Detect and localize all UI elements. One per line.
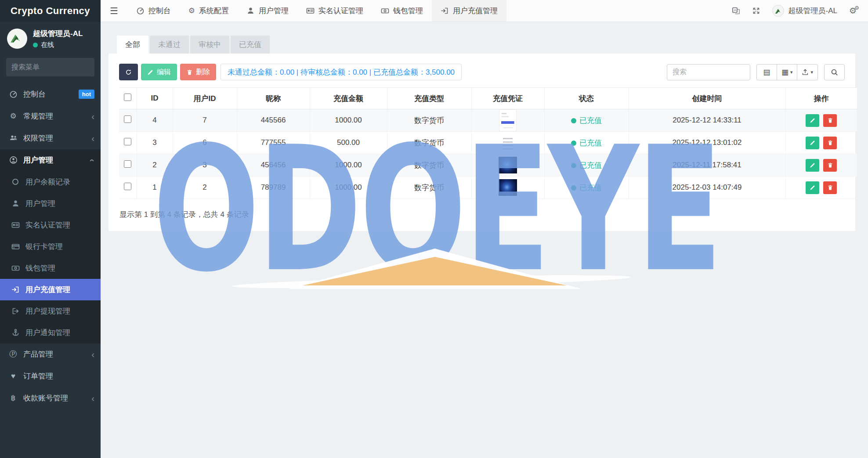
sidebar-item-user-withdraw[interactable]: 用户提现管理 <box>0 300 101 322</box>
user-avatar[interactable] <box>7 29 27 49</box>
sidebar-item-realname-auth[interactable]: 实名认证管理 <box>0 214 101 236</box>
pagination-summary: 显示第 1 到第 4 条记录，总共 4 条记录 <box>119 209 845 220</box>
sidebar-item-user-admin[interactable]: 用户管理 <box>0 193 101 214</box>
search-button[interactable] <box>824 64 845 80</box>
gear-icon: ⚙ <box>188 6 195 15</box>
menu-search-box <box>6 58 94 76</box>
row-checkbox[interactable] <box>124 160 131 168</box>
users-group-icon <box>8 134 18 142</box>
menu-search-input[interactable] <box>11 63 102 71</box>
settings-cogs-icon[interactable]: ⚙⚙ <box>849 6 857 16</box>
detail-view-button[interactable]: ▤ <box>756 64 777 80</box>
search-icon <box>831 69 838 76</box>
status-dot-icon <box>571 163 576 168</box>
cell-type: 数字货币 <box>387 132 471 154</box>
topnav-user-name: 超级管理员-AL <box>788 6 837 16</box>
sign-in-icon <box>441 7 449 15</box>
voucher-thumbnail[interactable] <box>499 179 517 196</box>
export-button[interactable]: ▾ <box>797 64 818 80</box>
edit-button[interactable]: 编辑 <box>141 64 177 80</box>
status-badge: 已充值 <box>579 139 602 147</box>
row-edit-button[interactable] <box>806 181 819 194</box>
row-delete-button[interactable] <box>823 137 837 149</box>
tab-rejected[interactable]: 未通过 <box>150 36 189 54</box>
cell-id: 3 <box>137 132 173 154</box>
voucher-thumbnail[interactable] <box>499 109 517 131</box>
sign-in-icon <box>11 285 20 294</box>
topnav-item-realname-auth[interactable]: 实名认证管理 <box>297 0 372 22</box>
row-delete-button[interactable] <box>823 114 837 127</box>
topnav-item-system-config[interactable]: ⚙ 系统配置 <box>180 0 238 22</box>
table-toolbar: 编辑 删除 未通过总金额：0.00 | 待审核总金额：0.00 | 已充值总金额… <box>119 64 845 80</box>
voucher-thumbnail[interactable] <box>499 133 517 152</box>
svg-text:A: A <box>734 8 737 12</box>
table-search-input[interactable] <box>667 64 750 80</box>
grid-icon: ▦ <box>781 68 788 77</box>
sidebar-item-user-balance-records[interactable]: 用户余额记录 <box>0 171 101 193</box>
table-view-buttons: ▤ ▦▾ ▾ <box>756 64 818 80</box>
sidebar-item-payee-account[interactable]: ฿ 收款账号管理 ‹ <box>0 387 101 409</box>
tab-all[interactable]: 全部 <box>117 36 148 54</box>
topnav-item-user-management[interactable]: 用户管理 <box>238 0 297 22</box>
select-all-checkbox[interactable] <box>124 94 131 101</box>
language-icon[interactable]: A <box>732 7 740 15</box>
product-p-icon: Ⓟ <box>8 349 18 359</box>
table-panel: 编辑 删除 未通过总金额：0.00 | 待审核总金额：0.00 | 已充值总金额… <box>108 54 855 231</box>
row-checkbox[interactable] <box>124 183 131 190</box>
circle-o-icon <box>11 179 20 185</box>
sidebar-item-order-management[interactable]: ♥ 订单管理 <box>0 365 101 387</box>
sign-out-icon <box>11 307 20 315</box>
col-type: 充值类型 <box>387 88 471 109</box>
cell-nickname: 789789 <box>237 177 310 199</box>
topnav-item-dashboard[interactable]: 控制台 <box>127 0 180 22</box>
id-card-icon <box>306 7 315 15</box>
voucher-thumbnail[interactable] <box>499 157 517 173</box>
export-icon <box>802 69 809 76</box>
cell-amount: 1000.00 <box>310 109 387 132</box>
sidebar-item-user-recharge[interactable]: 用户充值管理 <box>0 279 101 300</box>
row-delete-button[interactable] <box>823 181 837 194</box>
sidebar-item-user-notice[interactable]: 用户通知管理 <box>0 322 101 343</box>
sidebar-user-name: 超级管理员-AL <box>33 28 83 40</box>
cell-nickname: 777555 <box>237 132 310 154</box>
cell-created-time: 2025-12-12 14:33:11 <box>629 109 785 132</box>
topnav-user-menu[interactable]: 超级管理员-AL <box>772 5 837 17</box>
row-delete-button[interactable] <box>823 159 837 172</box>
sidebar-item-bank-card[interactable]: 银行卡管理 <box>0 236 101 257</box>
cell-type: 数字货币 <box>387 177 471 199</box>
sidebar-item-product-management[interactable]: Ⓟ 产品管理 ‹ <box>0 343 101 365</box>
col-user-id: 用户ID <box>173 88 237 109</box>
sidebar-item-wallet[interactable]: 钱包管理 <box>0 257 101 279</box>
cell-created-time: 2025-12-11 17:58:41 <box>629 154 785 177</box>
col-id: ID <box>137 88 173 109</box>
cell-id: 1 <box>137 177 173 199</box>
sidebar-item-permission-management[interactable]: 权限管理 ‹ <box>0 127 101 149</box>
sidebar-item-general-management[interactable]: ⚙ 常规管理 ‹ <box>0 105 101 127</box>
anchor-icon <box>11 328 20 337</box>
refresh-button[interactable] <box>119 64 138 80</box>
row-edit-button[interactable] <box>806 114 819 127</box>
row-checkbox[interactable] <box>124 115 131 123</box>
sidebar-item-dashboard[interactable]: 控制台 hot <box>0 83 101 105</box>
col-status: 状态 <box>544 88 629 109</box>
hamburger-menu-icon[interactable]: ☰ <box>101 0 127 22</box>
sidebar-item-user-management[interactable]: 用户管理 ‹ <box>0 149 101 171</box>
tab-pending[interactable]: 审核中 <box>190 36 229 54</box>
cell-user-id: 6 <box>173 132 237 154</box>
heartbeat-icon: ♥ <box>8 372 18 381</box>
chevron-left-icon: ‹ <box>91 134 94 143</box>
row-edit-button[interactable] <box>806 137 819 149</box>
status-dot-icon <box>571 141 576 146</box>
tab-recharged[interactable]: 已充值 <box>231 36 270 54</box>
table-header-row: ID 用户ID 昵称 充值金额 充值类型 充值凭证 状态 创建时间 操作 <box>119 88 857 109</box>
table-row: 2 3 456456 1000.00 数字货币 已充值 2025-12-11 1… <box>119 154 857 177</box>
row-edit-button[interactable] <box>806 159 819 172</box>
row-checkbox[interactable] <box>124 138 131 145</box>
columns-button[interactable]: ▦▾ <box>777 64 798 80</box>
delete-button[interactable]: 删除 <box>180 64 216 80</box>
sidebar-user-panel: 超级管理员-AL 在线 <box>0 22 101 54</box>
topnav-item-user-recharge[interactable]: 用户充值管理 <box>432 0 506 22</box>
fullscreen-icon[interactable] <box>752 7 760 15</box>
sidebar: Crypto Currency 超级管理员-AL 在线 控制台 hot ⚙ 常规… <box>0 0 101 458</box>
topnav-item-wallet[interactable]: 钱包管理 <box>372 0 432 22</box>
